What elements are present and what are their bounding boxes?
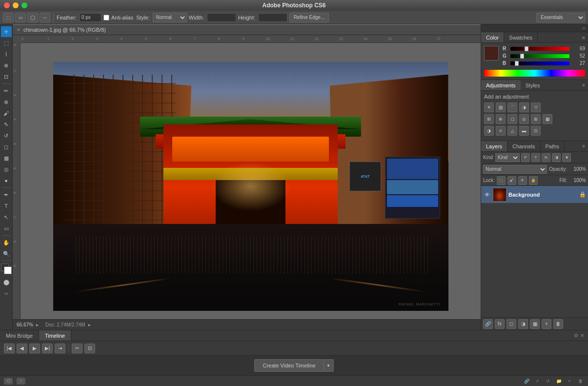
levels-adj[interactable]: ▨ <box>496 102 506 112</box>
lasso-tool[interactable]: ⌇ <box>1 49 12 60</box>
fill-value[interactable]: 100% <box>569 178 586 183</box>
adj-panel-menu[interactable]: ≡ <box>579 82 588 88</box>
quick-mask-tool[interactable]: ⬤ <box>1 277 12 287</box>
lock-transparent[interactable]: ⬚ <box>497 176 506 185</box>
lock-position[interactable]: ✛ <box>518 176 527 185</box>
crop-tool[interactable]: ⊡ <box>1 71 12 82</box>
go-to-first-frame[interactable]: |◀ <box>4 344 15 353</box>
brush-tool[interactable]: 🖌 <box>1 108 12 119</box>
add-style-btn[interactable]: fx <box>495 319 505 329</box>
panel-options[interactable]: ⚙ <box>574 333 578 338</box>
eraser-tool[interactable]: ◻ <box>1 142 12 152</box>
go-to-last-frame[interactable]: ⇥ <box>55 344 65 353</box>
colorlookup-adj[interactable]: ▦ <box>543 114 552 124</box>
marquee-single[interactable]: ─ <box>40 13 50 22</box>
new-layer-btn[interactable]: + <box>542 319 551 329</box>
filter-smart[interactable]: ★ <box>562 153 571 162</box>
tab-close-icon[interactable]: ✕ <box>17 27 20 32</box>
panel-close[interactable]: ✕ <box>580 333 584 338</box>
lock-image[interactable]: 🖌 <box>507 176 516 185</box>
gradient-tool[interactable]: ▦ <box>1 153 12 163</box>
delete-layer-btn[interactable]: 🗑 <box>553 319 563 329</box>
background-layer[interactable]: 👁 Background 🔒 <box>481 186 588 203</box>
curves-adj[interactable]: ⌒ <box>507 102 517 112</box>
shape-tool[interactable]: ▭ <box>1 223 12 234</box>
filter-pixel[interactable]: P <box>521 153 530 162</box>
hand-tool[interactable]: ✋ <box>1 237 12 248</box>
history-brush-tool[interactable]: ↺ <box>1 130 12 141</box>
style-select[interactable]: Normal <box>153 13 187 22</box>
workspace-select[interactable]: Essentials <box>536 13 585 22</box>
eyedropper-tool[interactable]: ✏ <box>1 85 12 96</box>
filter-effects[interactable]: fx <box>542 153 550 162</box>
opacity-value[interactable]: 100% <box>569 166 586 172</box>
selectivecolor-adj[interactable]: ⊡ <box>531 126 541 136</box>
blue-thumb[interactable] <box>515 61 519 66</box>
marquee-rect[interactable]: ▭ <box>15 13 26 22</box>
clone-tool[interactable]: ✎ <box>1 119 12 130</box>
vibrance-adj[interactable]: ▽ <box>531 102 541 112</box>
mini-bridge-tab[interactable]: Mini Bridge <box>0 330 39 341</box>
zoom-tool[interactable]: 🔍 <box>1 248 12 259</box>
new-adjustment-btn[interactable]: ◑ <box>518 319 528 329</box>
antialias-checkbox[interactable] <box>103 15 109 20</box>
refresh-icon[interactable]: ↺ <box>544 377 552 385</box>
brightness-adj[interactable]: ☀ <box>484 102 494 112</box>
folder-icon[interactable]: 📁 <box>555 377 563 385</box>
marquee-ellipse[interactable]: ◯ <box>27 13 38 22</box>
timeline-tab[interactable]: Timeline <box>39 330 71 341</box>
width-input[interactable] <box>207 13 236 22</box>
feather-input[interactable] <box>80 13 101 22</box>
styles-tab[interactable]: Styles <box>521 80 545 90</box>
doc-info-arrow[interactable]: ▸ <box>88 322 91 327</box>
color-spectrum[interactable] <box>484 70 585 77</box>
delete-status-icon[interactable]: 🗑 <box>576 377 584 385</box>
layer-kind-select[interactable]: Kind <box>495 153 520 162</box>
blur-tool[interactable]: ◎ <box>1 164 12 175</box>
cut-btn[interactable]: ✂ <box>72 344 82 353</box>
link-icon[interactable]: 🔗 <box>523 377 530 385</box>
create-video-arrow[interactable]: ▼ <box>324 359 334 372</box>
posterize-adj[interactable]: ≡ <box>496 126 506 136</box>
minimize-button[interactable] <box>13 2 19 8</box>
swatches-tab[interactable]: Swatches <box>504 32 538 42</box>
go-to-prev-frame[interactable]: ◀ <box>17 344 27 353</box>
panel-arrows[interactable]: ≫ <box>582 26 586 31</box>
gradmap-adj[interactable]: ▬ <box>519 126 529 136</box>
marquee-tool[interactable]: ⬚ <box>3 13 14 22</box>
fg-bg-colors[interactable] <box>1 264 12 274</box>
zoom-options[interactable]: ▸ <box>36 322 39 327</box>
paths-tab[interactable]: Paths <box>541 141 565 151</box>
canvas-image[interactable]: AT&T RAFAEL MARCHETTI <box>53 62 448 311</box>
maximize-button[interactable] <box>21 2 27 8</box>
exposure-adj[interactable]: ◑ <box>519 102 529 112</box>
filter-type[interactable]: T <box>531 153 540 162</box>
path-select-tool[interactable]: ↖ <box>1 212 12 223</box>
foreground-color-swatch[interactable] <box>484 46 499 61</box>
color-tab[interactable]: Color <box>481 32 504 42</box>
trim-btn[interactable]: ⊡ <box>84 344 95 353</box>
create-video-timeline-btn[interactable]: Create Video Timeline <box>254 359 324 372</box>
dodge-tool[interactable]: ● <box>1 175 12 186</box>
pen-tool[interactable]: ✒ <box>1 189 12 200</box>
close-button[interactable] <box>4 2 10 8</box>
hsl-adj[interactable]: ⊞ <box>484 114 494 124</box>
move-tool[interactable]: ✛ <box>1 26 12 37</box>
marquee-select-tool[interactable]: ⬚ <box>1 38 12 48</box>
adjustments-tab[interactable]: Adjustments <box>481 80 521 90</box>
channels-tab[interactable]: Channels <box>507 141 540 151</box>
share-icon[interactable]: ↗ <box>533 377 541 385</box>
layers-tab[interactable]: Layers <box>481 141 507 151</box>
layers-panel-menu[interactable]: ≡ <box>579 141 588 151</box>
canvas-tab[interactable]: ✕ chinatown-1.jpg @ 66.7% (RGB/8) <box>13 24 481 35</box>
go-to-next-frame[interactable]: ▶| <box>42 344 53 353</box>
color-panel-menu[interactable]: ≡ <box>579 32 588 42</box>
layer-visibility-eye[interactable]: 👁 <box>483 191 491 199</box>
height-input[interactable] <box>258 13 287 22</box>
refine-edge-button[interactable]: Refine Edge... <box>289 13 329 22</box>
heal-tool[interactable]: ⊕ <box>1 97 12 107</box>
colorbalance-adj[interactable]: ⊕ <box>496 114 506 124</box>
link-layers-btn[interactable]: 🔗 <box>483 319 493 329</box>
add-mask-btn[interactable]: ◻ <box>507 319 516 329</box>
bw-adj[interactable]: ◻ <box>507 114 517 124</box>
